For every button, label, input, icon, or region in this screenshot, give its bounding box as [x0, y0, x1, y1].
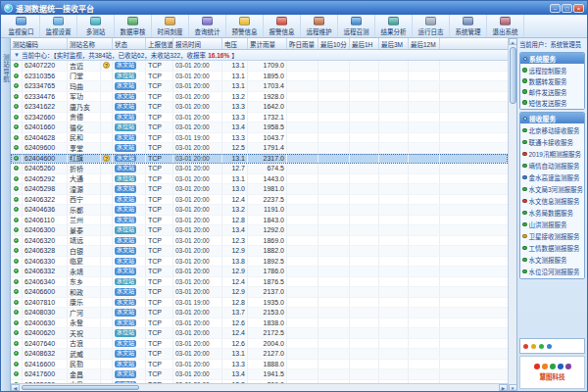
table-row[interactable]: 62400620 天祝 ? 水位站 TCP 03-01 20:00 12.4 2… [11, 328, 508, 339]
service-item[interactable]: 邮件发送服务 [520, 86, 584, 97]
channel-cell: TCP [146, 195, 173, 205]
table-row[interactable]: 62404600 红旗 ? 水文站 TCP 03-01 20:00 13.1 2… [11, 154, 508, 165]
receive-services-header[interactable]: 接收服务 [520, 113, 584, 123]
toolbar-button[interactable]: 远程召测 [338, 15, 375, 37]
table-row[interactable]: 62405298 湟源 ? 水文站 TCP 03-01 20:00 13.0 1… [11, 184, 508, 195]
minimize-button[interactable]: − [550, 4, 561, 13]
column-header-status[interactable]: 状态 [113, 38, 146, 49]
table-row[interactable]: 62342660 贵德 ? 水文站 TCP 03-01 20:00 13.3 1… [11, 113, 508, 123]
toolbar-button[interactable]: 运行日志 [413, 15, 450, 37]
toolbar-button[interactable]: 时间刻度 [152, 15, 189, 37]
station-code-cell: 62408632 [23, 349, 68, 359]
service-item[interactable]: 远程控制服务 [520, 65, 584, 75]
service-item[interactable]: 数据转发服务 [520, 75, 584, 86]
horizontal-scrollbar-thumb[interactable] [22, 385, 139, 390]
service-item[interactable]: 水务局数据服务 [520, 207, 584, 219]
column-header-report-time[interactable]: 报讯时间 [173, 38, 222, 49]
total-rain-cell: 1882.0 [248, 246, 287, 256]
toolbar-button[interactable]: 数据审核 [115, 15, 152, 37]
close-button[interactable]: × [573, 4, 584, 13]
service-item[interactable]: 墒情自动测报服务 [520, 160, 584, 172]
online-status-icon [14, 176, 19, 181]
table-row[interactable]: 62406322 西宁 ? 水文站 TCP 03-01 20:00 12.4 2… [11, 195, 508, 206]
service-item[interactable]: 工情数据测报服务 [520, 242, 584, 254]
service-item[interactable]: 联通卡接收服务 [520, 136, 584, 148]
scroll-left-icon[interactable]: ◀ [11, 384, 20, 391]
column-header-name[interactable]: 测站名称 [68, 38, 113, 49]
column-header-last-3m[interactable]: 最后3M [379, 38, 409, 49]
maximize-button[interactable]: □ [562, 4, 572, 13]
table-row[interactable]: 62406110 兰州 ? 水文站 TCP 03-01 20:00 12.8 1… [11, 216, 508, 226]
table-row[interactable]: 62404636 乐都 ? 水文站 TCP 03-01 20:00 13.2 1… [11, 205, 508, 216]
table-row[interactable]: 62400630 永登 ? 水文站 TCP 03-01 20:00 12.6 1… [11, 318, 508, 329]
table-row[interactable]: 62310356 门堂 ? 水位站 TCP 03-01 20:00 13.1 1… [11, 72, 508, 82]
toolbar-button[interactable]: 退出系统 [487, 15, 524, 37]
toolbar-button[interactable]: 远程维护 [301, 15, 338, 37]
toolbar-button[interactable]: 查询统计 [189, 15, 226, 37]
table-row[interactable]: 62406600 和政 ? 水文站 TCP 03-01 20:00 12.9 2… [11, 287, 508, 298]
report-time-cell: 03-01 20:00 [173, 113, 222, 122]
system-services-header[interactable]: 系统服务 [520, 53, 584, 64]
table-row[interactable]: 62416600 民勤 ? 水文站 TCP 03-01 20:00 13.3 1… [11, 360, 508, 370]
table-row[interactable]: 62417600 金昌 ? 水文站 TCP 03-01 20:00 13.4 1… [11, 369, 508, 380]
service-item[interactable]: 水文信息测报服务 [520, 195, 584, 207]
table-row[interactable]: 62409600 享堂 ? 水文站 TCP 03-01 20:00 12.5 1… [11, 143, 508, 154]
column-header-yesterday-rain[interactable]: 昨日雨量 [287, 38, 318, 49]
table-row[interactable]: 62406320 靖远 ? 水文站 TCP 03-01 20:00 12.3 1… [11, 236, 508, 247]
vertical-scrollbar-thumb[interactable] [510, 47, 516, 104]
table-row[interactable]: 62405260 折桥 ? 水文站 TCP 03-01 20:00 12.7 6… [11, 164, 508, 174]
table-row[interactable]: 62408030 广河 ? 水文站 TCP 03-01 20:00 13.7 2… [11, 308, 508, 318]
table-row[interactable]: 62334476 军功 ? 水文站 TCP 03-01 20:00 13.2 1… [11, 92, 508, 103]
alert-cell: ? [101, 216, 113, 225]
column-header-last-10min[interactable]: 最后10分 [318, 38, 350, 49]
column-header-last-1h[interactable]: 最后1H [350, 38, 379, 49]
table-body: 62407220 吉迈 ? 水文站 TCP 03-01 20:00 13.1 1… [11, 61, 508, 383]
service-item-label: 卫星接收测报服务 [529, 231, 580, 241]
table-row[interactable]: 62334765 玛曲 ? 水文站 TCP 03-01 20:00 13.1 1… [11, 81, 508, 92]
scroll-right-icon[interactable]: ▶ [499, 384, 508, 391]
table-row[interactable]: 62341622 唐乃亥 ? 水文站 TCP 03-01 20:00 13.3 … [11, 102, 508, 113]
toolbar-button[interactable]: 报警信息 [264, 15, 301, 37]
table-row[interactable]: 62406340 东乡 ? 水位站 TCP 03-01 20:00 12.4 1… [11, 277, 508, 288]
service-item[interactable]: 2019汛期测报服务 [520, 148, 584, 160]
report-time-cell: 03-01 20:00 [173, 339, 222, 349]
online-status-icon [14, 341, 19, 346]
voltage-cell: 13.8 [222, 257, 248, 267]
column-header-code[interactable]: 测站编码 [11, 38, 68, 49]
last-10min-cell [318, 174, 350, 184]
service-item[interactable]: 水文测报服务 [520, 254, 584, 266]
toolbar-button[interactable]: 多测站 [77, 15, 115, 37]
table-row[interactable]: 62406300 景泰 ? 水位站 TCP 03-01 20:00 13.4 1… [11, 225, 508, 236]
table-row[interactable]: 62404628 民和 ? 水文站 TCP 03-01 19:00 13.3 1… [11, 133, 508, 144]
table-row[interactable]: 62406332 永靖 ? 水文站 TCP 03-01 20:00 12.9 1… [11, 267, 508, 277]
column-header-voltage[interactable]: 电压 [222, 38, 248, 49]
column-header-last-12m[interactable]: 最后12M [409, 38, 440, 49]
table-row[interactable]: 62401660 循化 ? 水位站 TCP 03-01 20:00 13.4 1… [11, 122, 508, 133]
toolbar-button[interactable]: 监视窗口 [3, 15, 40, 37]
toolbar-button[interactable]: 监视设置 [40, 15, 77, 37]
table-row[interactable]: 62406330 临夏 ? 水文站 TCP 03-01 20:00 13.8 1… [11, 257, 508, 268]
table-row[interactable]: 62407810 康乐 ? 水文站 TCP 03-01 19:00 12.8 1… [11, 298, 508, 309]
station-code-cell: 62407640 [23, 339, 68, 349]
service-item[interactable]: 北京移动接收服务 [520, 124, 584, 136]
toolbar-button[interactable]: 系统管理 [450, 15, 487, 37]
column-header-channel[interactable]: 上报信道 [146, 38, 173, 49]
row-filler [440, 174, 508, 184]
horizontal-scrollbar[interactable]: ◀ ▶ [11, 383, 508, 391]
table-row[interactable]: 62407640 古浪 ? 水文站 TCP 03-01 20:00 12.6 2… [11, 339, 508, 350]
service-item[interactable]: 短信发送服务 [520, 97, 584, 108]
table-row[interactable]: 62405292 大通 ? 水位站 TCP 03-01 20:00 13.1 1… [11, 174, 508, 185]
table-row[interactable]: 62407220 吉迈 ? 水文站 TCP 03-01 20:00 13.1 1… [11, 61, 508, 72]
table-row[interactable]: 62408632 武威 ? 水文站 TCP 03-01 20:00 13.1 2… [11, 349, 508, 360]
service-item[interactable]: 山洪测报服务 [520, 219, 584, 230]
column-header-total-rain[interactable]: 累计雨量 [248, 38, 287, 49]
service-item[interactable]: 金水高速监测服务 [520, 172, 584, 183]
vertical-scrollbar[interactable]: ▲ ▼ [508, 38, 516, 391]
table-row[interactable]: 62406328 白银 ? 水文站 TCP 03-01 20:00 12.9 1… [11, 246, 508, 257]
toolbar-button[interactable]: 结果分析 [375, 15, 413, 37]
service-item[interactable]: 水文局3河测报服务 [520, 183, 584, 195]
service-item[interactable]: 水位沿河测报服务 [520, 266, 584, 277]
toolbar-button[interactable]: 预警信息 [226, 15, 264, 37]
station-nav-strip[interactable]: 测站导航 [1, 38, 11, 391]
service-item[interactable]: 卫星接收测报服务 [520, 230, 584, 242]
